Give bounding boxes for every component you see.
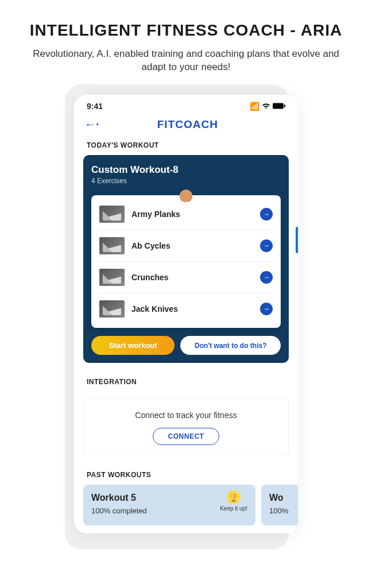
arrow-right-icon[interactable]: → [260,239,273,252]
trophy-label: Keep it up! [220,505,247,512]
start-workout-button[interactable]: Start workout [91,336,175,355]
exercise-thumb [99,237,125,254]
page-subheadline: Revolutionary, A.I. enabled training and… [0,47,372,75]
section-past-label: PAST WORKOUTS [74,466,298,485]
arrow-right-icon[interactable]: → [260,271,273,284]
workout-title: Custom Workout-8 [91,164,281,176]
connect-button[interactable]: CONNECT [153,428,220,445]
exercise-name: Crunches [131,273,253,282]
arrow-right-icon[interactable]: → [260,303,273,315]
battery-icon [273,102,285,111]
integration-text: Connect to track your fitness [91,411,281,420]
past-workouts-row[interactable]: 🏆 Keep it up! Workout 5 100% completed W… [74,485,298,525]
past-workout-completion: 100% [269,506,298,515]
arrow-right-icon[interactable]: → [260,208,273,220]
today-workout-card: Custom Workout-8 4 Exercises Army Planks… [83,155,289,363]
svg-rect-0 [273,103,284,109]
wifi-icon [262,102,270,111]
phone-frame: 9:41 📶 ←· FITCOACH TODAY'S WORKOUT Custo… [74,95,298,533]
exercise-thumb [99,206,125,223]
exercise-thumb [99,269,125,286]
exercise-row[interactable]: Ab Cycles → [98,230,274,262]
app-title: FITCOACH [88,118,288,131]
skip-workout-button[interactable]: Don't want to do this? [180,336,281,355]
past-workout-title: Wo [269,493,298,503]
side-scroll-indicator [296,227,298,253]
exercise-row[interactable]: Army Planks → [98,199,274,230]
status-bar: 9:41 📶 [74,95,298,113]
trophy-icon: 🏆 [227,490,241,504]
exercise-row[interactable]: Jack Knives → [98,293,274,324]
exercise-name: Army Planks [131,210,253,219]
section-today-label: TODAY'S WORKOUT [74,137,298,155]
section-integration-label: INTEGRATION [74,373,298,392]
page-headline: INTELLIGENT FITNESS COACH - ARIA [0,21,372,40]
status-time: 9:41 [87,102,103,111]
exercise-thumb [99,300,125,318]
exercise-list: Army Planks → Ab Cycles → Crunches → Jac… [91,195,281,328]
past-workout-card[interactable]: Wo 100% [261,485,298,525]
exercise-name: Jack Knives [131,304,253,314]
exercise-name: Ab Cycles [131,241,253,250]
integration-card: Connect to track your fitness CONNECT [83,399,289,455]
svg-rect-1 [284,105,285,107]
exercise-row[interactable]: Crunches → [98,262,274,293]
app-bar: ←· FITCOACH [74,113,298,137]
trophy-badge: 🏆 Keep it up! [220,490,247,512]
past-workout-card[interactable]: 🏆 Keep it up! Workout 5 100% completed [83,485,255,525]
status-icons: 📶 [250,102,285,111]
signal-icon: 📶 [250,102,259,111]
workout-subtitle: 4 Exercises [91,177,281,185]
